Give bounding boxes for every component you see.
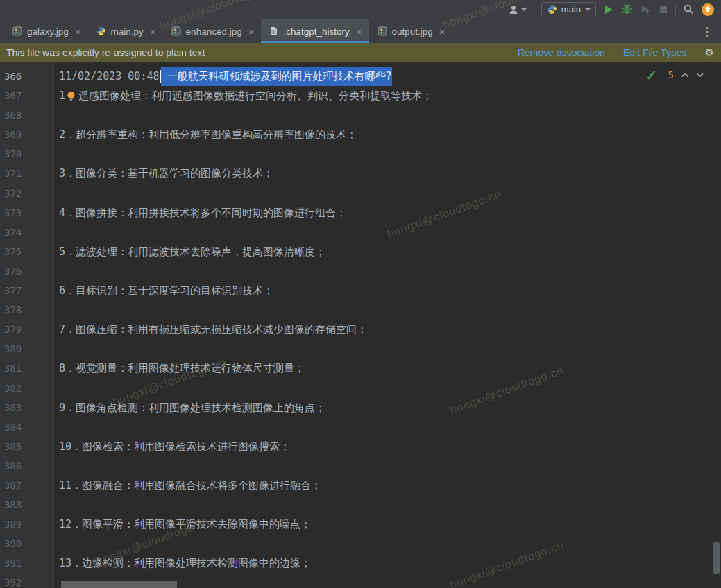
line-content xyxy=(55,339,59,358)
search-icon[interactable] xyxy=(683,3,695,15)
line-text: 10．图像检索：利用图像检索技术进行图像搜索； xyxy=(59,437,290,456)
banner-message: This file was explicitly re-assigned to … xyxy=(6,47,205,58)
editor-line: 38711．图像融合：利用图像融合技术将多个图像进行融合； xyxy=(0,476,721,495)
line-content: 11．图像融合：利用图像融合技术将多个图像进行融合； xyxy=(55,476,321,495)
editor-lines: 36611/02/2023 00:48 一般航天科研领域涉及到的图片处理技术有哪… xyxy=(0,67,721,588)
editor-area[interactable]: 36611/02/2023 00:48 一般航天科研领域涉及到的图片处理技术有哪… xyxy=(0,62,721,588)
tab-label: enhanced.jpg xyxy=(186,26,242,37)
line-text: 8．视觉测量：利用图像处理技术进行物体尺寸测量； xyxy=(59,358,305,378)
line-content xyxy=(55,379,59,398)
run-button[interactable] xyxy=(603,4,614,15)
close-tab-icon[interactable]: × xyxy=(439,26,446,37)
tab-galaxy-jpg[interactable]: galaxy.jpg× xyxy=(4,19,88,43)
remove-association-link[interactable]: Remove association xyxy=(518,47,605,58)
line-number: 383 xyxy=(0,398,55,417)
line-text: 3．图像分类：基于机器学习的图像分类技术； xyxy=(59,164,273,183)
gear-icon[interactable]: ⚙ xyxy=(705,46,714,59)
plain-text-banner: This file was explicitly re-assigned to … xyxy=(0,43,721,62)
intention-bulb-icon[interactable] xyxy=(66,90,76,102)
image-file-icon xyxy=(12,26,22,36)
vertical-scrollbar-thumb[interactable] xyxy=(713,542,720,574)
run-configuration-selector[interactable]: main xyxy=(541,2,596,17)
line-number: 374 xyxy=(0,223,55,242)
editor-line: 386 xyxy=(0,456,721,476)
close-tab-icon[interactable]: × xyxy=(150,26,156,37)
line-number: 373 xyxy=(0,203,55,223)
close-tab-icon[interactable]: × xyxy=(248,26,255,37)
line-number: 377 xyxy=(0,281,55,300)
tab-bar: galaxy.jpg×main.py×enhanced.jpg×.chatgpt… xyxy=(0,19,721,43)
line-content xyxy=(55,534,59,553)
editor-line: 3776．目标识别：基于深度学习的目标识别技术； xyxy=(0,281,721,300)
line-text: 5．滤波处理：利用滤波技术去除噪声，提高图像清晰度； xyxy=(59,242,325,261)
line-number: 376 xyxy=(0,261,55,281)
tab-label: galaxy.jpg xyxy=(27,26,69,37)
editor-line: 3734．图像拼接：利用拼接技术将多个不同时期的图像进行组合； xyxy=(0,203,721,223)
editor-line: 38510．图像检索：利用图像检索技术进行图像搜索； xyxy=(0,437,721,456)
editor-line: 3818．视觉测量：利用图像处理技术进行物体尺寸测量； xyxy=(0,358,721,378)
editor-line: 374 xyxy=(0,223,721,242)
line-number: 367 xyxy=(0,86,55,105)
editor-line: 370 xyxy=(0,144,721,164)
toolbar-separator xyxy=(534,4,534,15)
line-content xyxy=(55,105,59,125)
line-content xyxy=(55,573,59,588)
line-number: 392 xyxy=(0,573,55,588)
image-file-icon xyxy=(378,26,387,36)
line-text: 6．目标识别：基于深度学习的目标识别技术； xyxy=(59,281,273,300)
tab-label: main.py xyxy=(111,26,144,37)
line-text: 1 xyxy=(59,86,65,105)
next-match-button[interactable] xyxy=(696,72,704,78)
line-number: 386 xyxy=(0,456,55,476)
previous-match-button[interactable] xyxy=(681,72,689,78)
line-content: 3．图像分类：基于机器学习的图像分类技术； xyxy=(55,164,273,183)
line-number: 381 xyxy=(0,358,55,378)
tab-enhanced-jpg[interactable]: enhanced.jpg× xyxy=(163,19,262,43)
line-content: 12．图像平滑：利用图像平滑技术去除图像中的噪点； xyxy=(55,514,311,534)
editor-line: 36611/02/2023 00:48 一般航天科研领域涉及到的图片处理技术有哪… xyxy=(0,67,721,86)
match-navigation-widget: ✔ ✔ 5 xyxy=(647,67,704,83)
selected-text: 一般航天科研领域涉及到的图片处理技术有哪些? xyxy=(161,67,392,86)
line-content: 1遥感图像处理：利用遥感图像数据进行空间分析、判识、分类和提取等技术； xyxy=(55,86,432,105)
match-count: 5 xyxy=(668,69,674,80)
toolbar-separator xyxy=(675,4,676,15)
line-text: 4．图像拼接：利用拼接技术将多个不同时期的图像进行组合； xyxy=(59,203,346,223)
line-content xyxy=(55,144,59,164)
line-content xyxy=(55,223,59,242)
tab-options-icon[interactable]: ⋮ xyxy=(693,25,721,38)
line-number: 371 xyxy=(0,164,55,183)
line-number: 378 xyxy=(0,300,55,320)
edit-file-types-link[interactable]: Edit File Types xyxy=(623,47,687,58)
tab-main-py[interactable]: main.py× xyxy=(88,19,163,43)
line-number: 370 xyxy=(0,144,55,164)
line-number: 390 xyxy=(0,534,55,553)
editor-line: 3839．图像角点检测：利用图像处理技术检测图像上的角点； xyxy=(0,398,721,417)
line-text: 遥感图像处理：利用遥感图像数据进行空间分析、判识、分类和提取等技术； xyxy=(78,86,432,105)
line-number: 379 xyxy=(0,320,55,339)
close-tab-icon[interactable]: × xyxy=(75,26,81,37)
ide-window: main xyxy=(0,0,721,588)
editor-line: 3671遥感图像处理：利用遥感图像数据进行空间分析、判识、分类和提取等技术； xyxy=(0,86,721,105)
main-toolbar: main xyxy=(0,0,721,19)
close-tab-icon[interactable]: × xyxy=(356,26,362,37)
tab-chatgpt-history[interactable]: .chatgpt_history× xyxy=(261,19,368,43)
line-text: 7．图像压缩：利用有损压缩或无损压缩技术减少图像的存储空间； xyxy=(59,320,367,339)
line-content xyxy=(55,261,59,281)
user-icon xyxy=(508,4,519,15)
line-content xyxy=(55,300,59,320)
line-number: 366 xyxy=(0,67,55,86)
line-content: 8．视觉测量：利用图像处理技术进行物体尺寸测量； xyxy=(55,358,305,378)
run-configuration-name: main xyxy=(561,4,581,15)
debug-button[interactable] xyxy=(621,3,633,15)
editor-line: 368 xyxy=(0,105,721,125)
editor-line: 388 xyxy=(0,495,721,514)
update-available-icon[interactable] xyxy=(702,3,714,16)
user-menu-button[interactable] xyxy=(508,4,527,15)
text-file-icon xyxy=(269,26,278,36)
bottom-popup-fragment xyxy=(61,581,177,588)
line-number: 369 xyxy=(0,125,55,144)
line-number: 391 xyxy=(0,553,55,573)
stop-button[interactable] xyxy=(659,5,668,15)
tab-output-jpg[interactable]: output.jpg× xyxy=(369,19,452,43)
profiler-button[interactable] xyxy=(640,3,652,15)
